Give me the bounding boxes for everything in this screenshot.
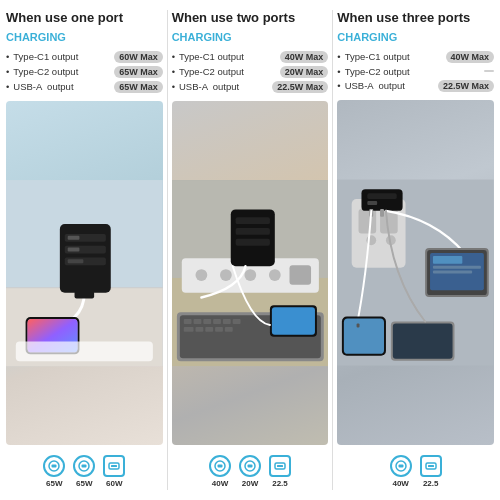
port-watt-3: 60W xyxy=(106,479,122,488)
col-separator-2 xyxy=(332,10,333,490)
port-icon-group: 60W xyxy=(103,455,125,488)
svg-rect-77 xyxy=(398,465,403,468)
svg-rect-70 xyxy=(433,270,472,273)
spec-row: • Type-C2 output 20W Max xyxy=(172,66,329,78)
svg-rect-20 xyxy=(111,465,117,467)
column-three-ports: When use three ports CHARGING • Type-C1 … xyxy=(337,10,494,490)
spec-row: • Type-C2 output 65W Max xyxy=(6,66,163,78)
svg-point-25 xyxy=(220,269,232,281)
svg-rect-30 xyxy=(235,217,269,224)
svg-rect-51 xyxy=(248,465,253,468)
spec-row: • Type-C1 output 60W Max xyxy=(6,51,163,63)
svg-rect-28 xyxy=(289,265,311,285)
spec-row: • USB-A output 65W Max xyxy=(6,81,163,93)
badge-usba-3: 22.5W Max xyxy=(438,80,494,92)
usba-icon-3 xyxy=(420,455,442,477)
main-container: When use one port CHARGING • Type-C1 out… xyxy=(0,0,500,500)
svg-rect-44 xyxy=(215,327,223,332)
badge-usba-2: 22.5W Max xyxy=(272,81,328,93)
spec-row: • USB-A output 22.5W Max xyxy=(337,80,494,92)
svg-rect-60 xyxy=(362,189,403,211)
badge-c2-2: 20W Max xyxy=(280,66,329,78)
svg-rect-39 xyxy=(223,319,231,324)
col3-port-icons: 40W 22.5 xyxy=(337,449,494,490)
port-watt-2: 65W xyxy=(76,479,92,488)
svg-rect-79 xyxy=(428,465,434,467)
svg-rect-43 xyxy=(205,327,213,332)
svg-rect-72 xyxy=(344,318,384,353)
svg-rect-31 xyxy=(235,228,269,235)
badge-c1-2: 40W Max xyxy=(280,51,329,63)
col1-photo xyxy=(6,101,163,445)
svg-rect-62 xyxy=(368,201,378,205)
port-icon-group: 20W xyxy=(239,455,261,488)
col3-charging: CHARGING xyxy=(337,31,494,43)
port-watt-4: 40W xyxy=(212,479,228,488)
badge-c2-3 xyxy=(484,70,494,72)
usbc-icon-3 xyxy=(209,455,231,477)
col3-photo xyxy=(337,100,494,445)
port-watt-8: 22.5 xyxy=(423,479,439,488)
column-one-port: When use one port CHARGING • Type-C1 out… xyxy=(6,10,163,490)
svg-point-24 xyxy=(195,269,207,281)
svg-rect-9 xyxy=(68,259,84,263)
svg-rect-38 xyxy=(213,319,221,324)
column-two-ports: When use two ports CHARGING • Type-C1 ou… xyxy=(172,10,329,490)
svg-rect-68 xyxy=(433,256,462,264)
col3-spec-list: • Type-C1 output 40W Max • Type-C2 outpu… xyxy=(337,51,494,92)
port-watt-1: 65W xyxy=(46,479,62,488)
port-watt-7: 40W xyxy=(392,479,408,488)
badge-usba-1: 65W Max xyxy=(114,81,163,93)
col2-title: When use two ports xyxy=(172,10,329,27)
svg-point-26 xyxy=(244,269,256,281)
port-icon-group: 40W xyxy=(209,455,231,488)
usba-icon-2 xyxy=(269,455,291,477)
svg-rect-53 xyxy=(277,465,283,467)
svg-rect-42 xyxy=(195,327,203,332)
col1-port-icons: 65W 65W 60W xyxy=(6,449,163,490)
usbc-icon-1 xyxy=(43,455,65,477)
svg-rect-32 xyxy=(235,239,269,246)
spec-row: • Type-C1 output 40W Max xyxy=(337,51,494,63)
svg-rect-36 xyxy=(193,319,201,324)
svg-rect-7 xyxy=(68,236,80,240)
port-icon-group: 65W xyxy=(43,455,65,488)
svg-rect-16 xyxy=(52,465,57,468)
svg-rect-14 xyxy=(16,341,153,361)
svg-rect-73 xyxy=(357,323,360,327)
svg-rect-69 xyxy=(433,266,481,269)
svg-rect-49 xyxy=(218,465,223,468)
svg-rect-45 xyxy=(225,327,233,332)
spec-row: • Type-C2 output xyxy=(337,66,494,77)
col3-title: When use three ports xyxy=(337,10,494,27)
badge-c1-1: 60W Max xyxy=(114,51,163,63)
port-watt-5: 20W xyxy=(242,479,258,488)
spec-row: • USB-A output 22.5W Max xyxy=(172,81,329,93)
port-icon-group: 40W xyxy=(390,455,412,488)
svg-rect-40 xyxy=(232,319,240,324)
col2-port-icons: 40W 20W 22.5 xyxy=(172,449,329,490)
svg-rect-35 xyxy=(183,319,191,324)
port-icon-group: 22.5 xyxy=(269,455,291,488)
port-watt-6: 22.5 xyxy=(272,479,288,488)
svg-rect-8 xyxy=(68,247,80,251)
col1-title: When use one port xyxy=(6,10,163,27)
usbc-icon-2 xyxy=(73,455,95,477)
svg-rect-64 xyxy=(380,209,384,217)
usbc-icon-5 xyxy=(390,455,412,477)
svg-rect-75 xyxy=(393,323,453,358)
col1-charging: CHARGING xyxy=(6,31,163,43)
col1-spec-list: • Type-C1 output 60W Max • Type-C2 outpu… xyxy=(6,51,163,93)
port-icon-group: 22.5 xyxy=(420,455,442,488)
usba-icon-1 xyxy=(103,455,125,477)
svg-rect-56 xyxy=(359,209,377,233)
spec-row: • Type-C1 output 40W Max xyxy=(172,51,329,63)
badge-c1-3: 40W Max xyxy=(446,51,495,63)
port-icon-group: 65W xyxy=(73,455,95,488)
col-separator-1 xyxy=(167,10,168,490)
svg-rect-13 xyxy=(75,291,95,299)
col2-spec-list: • Type-C1 output 40W Max • Type-C2 outpu… xyxy=(172,51,329,93)
svg-rect-47 xyxy=(272,307,315,334)
usbc-icon-4 xyxy=(239,455,261,477)
col2-photo xyxy=(172,101,329,445)
